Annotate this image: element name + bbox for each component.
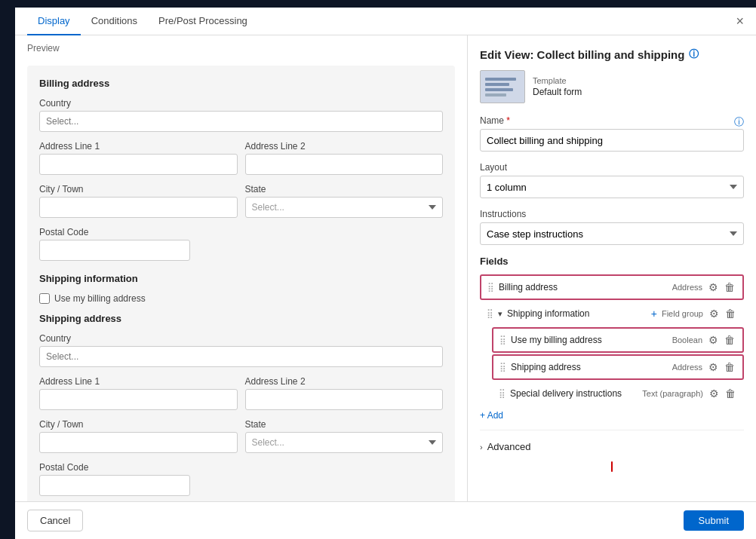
modal-body: Preview Billing address Country Address … bbox=[15, 35, 756, 501]
advanced-label: Advanced bbox=[487, 441, 531, 452]
add-field-button[interactable]: + Add bbox=[480, 406, 503, 425]
field-name-billing: Billing address bbox=[499, 282, 668, 292]
field-delete-use-billing[interactable]: 🗑 bbox=[723, 333, 736, 347]
billing-address1-input[interactable] bbox=[39, 154, 238, 175]
shipping-city-state-row: City / Town State Select... bbox=[39, 419, 443, 462]
drag-handle-billing[interactable]: ⣿ bbox=[487, 282, 494, 292]
field-row-billing-address: ⣿ Billing address Address ⚙ 🗑 bbox=[480, 274, 744, 300]
field-row-special-delivery: ⣿ Special delivery instructions Text (pa… bbox=[492, 381, 744, 406]
drag-handle-shipping-address[interactable]: ⣿ bbox=[499, 362, 506, 372]
billing-postal-label: Postal Code bbox=[39, 227, 233, 237]
field-settings-use-billing[interactable]: ⚙ bbox=[707, 333, 720, 347]
use-billing-checkbox[interactable] bbox=[39, 293, 50, 304]
modal-overlay: Display Conditions Pre/Post Processing ×… bbox=[0, 0, 756, 539]
template-info: Template Default form bbox=[533, 76, 582, 97]
billing-city-input[interactable] bbox=[39, 197, 238, 218]
billing-section-title: Billing address bbox=[39, 78, 443, 89]
billing-address1-label: Address Line 1 bbox=[39, 141, 238, 152]
field-delete-shipping-info[interactable]: 🗑 bbox=[724, 307, 737, 320]
tab-conditions[interactable]: Conditions bbox=[81, 8, 148, 35]
field-actions-use-billing: ⚙ 🗑 bbox=[707, 333, 736, 347]
field-name-use-billing: Use my billing address bbox=[511, 335, 668, 345]
shipping-postal-input[interactable] bbox=[39, 475, 190, 496]
field-settings-shipping-address[interactable]: ⚙ bbox=[707, 360, 720, 374]
name-input[interactable] bbox=[480, 129, 744, 152]
billing-address1-field: Address Line 1 bbox=[39, 141, 238, 175]
shipping-state-label: State bbox=[245, 419, 444, 430]
billing-city-state-row: City / Town State Select... bbox=[39, 184, 443, 227]
billing-state-field: State Select... bbox=[245, 184, 444, 218]
thumb-line-3 bbox=[485, 88, 513, 91]
shipping-address1-field: Address Line 1 bbox=[39, 376, 238, 410]
field-type-use-billing: Boolean bbox=[672, 335, 702, 345]
thumb-line-2 bbox=[485, 83, 509, 86]
field-name-shipping-info: Shipping information bbox=[507, 308, 645, 319]
shipping-info-title: Shipping information bbox=[39, 273, 443, 284]
name-info-icon[interactable]: ⓘ bbox=[734, 115, 744, 129]
billing-state-select[interactable]: Select... bbox=[245, 197, 444, 218]
billing-country-field: Country bbox=[39, 98, 443, 132]
billing-address2-label: Address Line 2 bbox=[245, 141, 444, 152]
shipping-address2-input[interactable] bbox=[245, 389, 444, 410]
shipping-address2-label: Address Line 2 bbox=[245, 376, 444, 387]
billing-address2-input[interactable] bbox=[245, 154, 444, 175]
drag-handle-shipping-info[interactable]: ⣿ bbox=[487, 308, 493, 319]
billing-postal-input[interactable] bbox=[39, 240, 190, 261]
shipping-city-field: City / Town bbox=[39, 419, 238, 453]
shipping-address-title: Shipping address bbox=[39, 313, 443, 324]
instructions-select[interactable]: Case step instructions bbox=[480, 222, 744, 245]
billing-country-label: Country bbox=[39, 98, 443, 109]
shipping-country-input[interactable] bbox=[39, 346, 443, 367]
billing-address2-field: Address Line 2 bbox=[245, 141, 444, 175]
billing-city-label: City / Town bbox=[39, 184, 238, 194]
field-settings-billing[interactable]: ⚙ bbox=[707, 280, 720, 294]
divider bbox=[480, 430, 744, 430]
field-actions-shipping-info: ⚙ 🗑 bbox=[708, 307, 737, 320]
field-settings-shipping-info[interactable]: ⚙ bbox=[708, 307, 721, 320]
preview-label: Preview bbox=[15, 35, 467, 58]
field-row-shipping-address: ⣿ Shipping address Address ⚙ 🗑 bbox=[492, 354, 744, 380]
shipping-country-label: Country bbox=[39, 333, 443, 344]
billing-postal-field: Postal Code bbox=[39, 227, 233, 261]
drag-handle-use-billing[interactable]: ⣿ bbox=[499, 335, 506, 345]
shipping-state-field: State Select... bbox=[245, 419, 444, 453]
cancel-button[interactable]: Cancel bbox=[27, 510, 83, 531]
advanced-row[interactable]: › Advanced bbox=[480, 435, 744, 458]
field-row-use-billing: ⣿ Use my billing address Boolean ⚙ 🗑 bbox=[492, 327, 744, 353]
field-actions-shipping-address: ⚙ 🗑 bbox=[707, 360, 736, 374]
modal-container: Display Conditions Pre/Post Processing ×… bbox=[15, 8, 756, 539]
layout-select[interactable]: 1 column bbox=[480, 176, 744, 198]
submit-button[interactable]: Submit bbox=[684, 510, 744, 531]
template-value: Default form bbox=[533, 87, 582, 97]
preview-panel: Preview Billing address Country Address … bbox=[15, 35, 468, 501]
field-type-special-delivery: Text (paragraph) bbox=[642, 389, 703, 398]
shipping-state-select[interactable]: Select... bbox=[245, 432, 444, 453]
expand-icon-shipping[interactable]: ▾ bbox=[498, 309, 502, 319]
title-info-icon[interactable]: ⓘ bbox=[689, 47, 699, 61]
billing-country-input[interactable] bbox=[39, 111, 443, 132]
field-settings-special-delivery[interactable]: ⚙ bbox=[708, 387, 721, 400]
field-actions-special-delivery: ⚙ 🗑 bbox=[708, 387, 737, 400]
tab-pre-post[interactable]: Pre/Post Processing bbox=[148, 8, 258, 35]
field-delete-shipping-address[interactable]: 🗑 bbox=[723, 360, 736, 374]
edit-panel-title: Edit View: Collect billing and shipping … bbox=[480, 47, 744, 61]
field-delete-special-delivery[interactable]: 🗑 bbox=[724, 387, 737, 400]
advanced-chevron-icon: › bbox=[480, 443, 483, 452]
billing-address-row: Address Line 1 Address Line 2 bbox=[39, 141, 443, 184]
billing-checkbox-field: Use my billing address bbox=[39, 293, 443, 304]
template-row: Template Default form bbox=[480, 70, 744, 103]
plus-icon-shipping[interactable]: + bbox=[651, 308, 657, 320]
field-type-shipping-address: Address bbox=[672, 363, 702, 372]
drag-handle-special-delivery[interactable]: ⣿ bbox=[499, 388, 506, 399]
name-field-group: Name * ⓘ bbox=[480, 115, 744, 152]
field-name-special-delivery: Special delivery instructions bbox=[510, 388, 638, 399]
shipping-city-input[interactable] bbox=[39, 432, 238, 453]
field-delete-billing[interactable]: 🗑 bbox=[723, 280, 736, 294]
shipping-address1-input[interactable] bbox=[39, 389, 238, 410]
field-actions-billing: ⚙ 🗑 bbox=[707, 280, 736, 294]
preview-content: Billing address Country Address Line 1 bbox=[15, 58, 467, 501]
modal-close-button[interactable]: × bbox=[733, 11, 747, 31]
use-billing-label: Use my billing address bbox=[54, 293, 146, 304]
tab-display[interactable]: Display bbox=[27, 8, 81, 35]
shipping-address1-label: Address Line 1 bbox=[39, 376, 238, 387]
